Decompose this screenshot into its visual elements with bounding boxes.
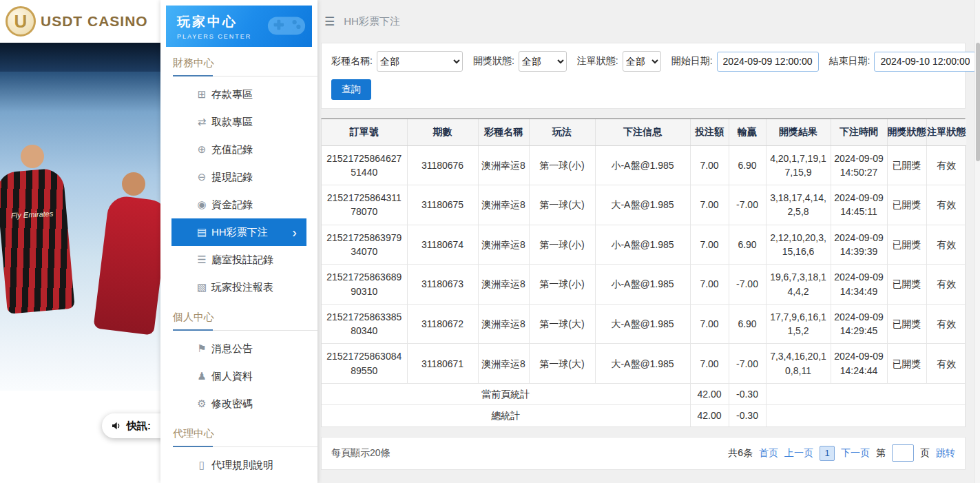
first-page-link[interactable]: 首页 bbox=[759, 447, 778, 460]
page-title: HH彩票下注 bbox=[344, 15, 400, 28]
soccer-player-red bbox=[101, 172, 160, 332]
bet-row: 215217258633858034031180672澳洲幸运8第一球(大)大-… bbox=[322, 304, 966, 344]
sidebar-item-room-bet-records[interactable]: ☰廳室投註記錄 bbox=[171, 246, 306, 274]
bet-cell: 7.00 bbox=[690, 185, 729, 225]
current-page-badge[interactable]: 1 bbox=[820, 446, 835, 461]
sidebar-item-agent-rules[interactable]: ▯代理規則說明 bbox=[171, 451, 306, 479]
filter-lottery-name: 彩種名稱: 全部 bbox=[331, 51, 463, 72]
column-header: 期數 bbox=[407, 119, 478, 145]
fund-record-icon: ◉ bbox=[195, 198, 209, 211]
summary-cell: 當前頁統計 bbox=[322, 384, 690, 405]
bet-cell: 已開獎 bbox=[887, 265, 926, 305]
sidebar-item-profile[interactable]: ♟個人資料 bbox=[171, 362, 306, 390]
casino-site-header: U USDT CASINO bbox=[0, 0, 160, 43]
bet-cell: 7.00 bbox=[690, 265, 729, 305]
bet-cell: 31180673 bbox=[407, 265, 478, 305]
bet-cell: 2024-09-09 14:45:11 bbox=[831, 185, 887, 225]
filter-start-date: 開始日期: bbox=[671, 52, 819, 72]
sidebar-item-withdraw-records[interactable]: ⊖提現記錄 bbox=[171, 163, 306, 191]
bet-cell: 有效 bbox=[926, 344, 966, 384]
sidebar-item-announcements[interactable]: ⚑消息公告 bbox=[171, 335, 306, 362]
bet-cell: 2,12,10,20,3,15,16,6 bbox=[766, 225, 831, 265]
bet-cell: 小-A盤@1.985 bbox=[595, 265, 690, 305]
sidebar-item-change-password[interactable]: ⚙修改密碼 bbox=[171, 390, 306, 418]
column-header: 玩法 bbox=[529, 119, 595, 145]
bets-table-card: 訂單號期數彩種名稱玩法下注信息投注額輸贏開獎結果下注時間開獎狀態注單狀態 215… bbox=[321, 119, 966, 427]
section-title: 財務中心 bbox=[173, 56, 317, 76]
column-header: 訂單號 bbox=[322, 119, 407, 145]
ticker-label: 快訊: bbox=[127, 420, 151, 433]
sidebar-item-label: 取款專區 bbox=[211, 116, 253, 129]
bet-cell: 第一球(小) bbox=[529, 225, 595, 265]
jump-button[interactable]: 跳转 bbox=[936, 447, 955, 460]
speaker-icon bbox=[111, 420, 122, 431]
sidebar-item-label: 修改密碼 bbox=[211, 398, 253, 411]
sidebar-item-player-bet-report[interactable]: ▧玩家投注報表 bbox=[171, 274, 306, 301]
filter-order-status: 注單狀態: 全部 bbox=[577, 51, 661, 72]
bets-table: 訂單號期數彩種名稱玩法下注信息投注額輸贏開獎結果下注時間開獎狀態注單狀態 215… bbox=[322, 119, 966, 427]
vertical-scrollbar[interactable] bbox=[974, 0, 980, 483]
sidebar-item-fund-records[interactable]: ◉資金記錄 bbox=[171, 191, 306, 218]
draw-status-select[interactable]: 全部 bbox=[519, 51, 567, 72]
lottery-bet-icon: ▤ bbox=[195, 226, 209, 238]
usdt-casino-logo[interactable]: U USDT CASINO bbox=[6, 6, 148, 37]
bet-cell: 有效 bbox=[926, 265, 966, 305]
sidebar-item-hh-lottery-bets[interactable]: ▤HH彩票下注› bbox=[171, 218, 306, 246]
bet-cell: 3,18,17,4,14,2,5,8 bbox=[766, 185, 831, 225]
end-date-input[interactable] bbox=[874, 52, 976, 72]
bet-cell: 2024-09-09 14:29:45 bbox=[831, 304, 887, 344]
sidebar-item-label: 代理規則說明 bbox=[211, 459, 273, 472]
gold-coin-logo-icon: U bbox=[6, 6, 36, 37]
casino-site-backdrop: U USDT CASINO Fly Emirates 快訊: bbox=[0, 0, 160, 483]
bet-cell: 澳洲幸运8 bbox=[478, 344, 529, 384]
red-jersey bbox=[93, 194, 160, 335]
sidebar-item-label: 廳室投註記錄 bbox=[211, 254, 273, 267]
start-date-input[interactable] bbox=[717, 52, 819, 72]
bet-cell: 2152172586431178070 bbox=[322, 185, 407, 225]
summary-row: 總統計42.00-0.30 bbox=[322, 405, 966, 427]
sidebar-item-label: 玩家投注報表 bbox=[211, 281, 273, 294]
sidebar-item-withdraw-zone[interactable]: ⇄取款專區 bbox=[171, 108, 306, 136]
withdraw-record-icon: ⊖ bbox=[195, 171, 209, 183]
bet-cell: 19,6,7,3,18,14,4,2 bbox=[766, 265, 831, 305]
sidebar-item-recharge-records[interactable]: ⊕充值記錄 bbox=[171, 136, 306, 163]
next-page-link[interactable]: 下一页 bbox=[841, 447, 870, 460]
report-icon: ▧ bbox=[195, 281, 209, 294]
page-jump-input[interactable] bbox=[892, 444, 914, 462]
bet-row: 215217258646275144031180676澳洲幸运8第一球(小)小-… bbox=[322, 145, 966, 185]
column-header: 開獎狀態 bbox=[887, 119, 926, 145]
gear-icon: ⚙ bbox=[195, 398, 209, 410]
column-header: 注單狀態 bbox=[926, 119, 966, 145]
bet-cell: 小-A盤@1.985 bbox=[595, 225, 690, 265]
filter-panel: 彩種名稱: 全部 開獎狀態: 全部 注單狀態: 全部 bbox=[321, 43, 966, 109]
bet-cell: 2152172586368990310 bbox=[322, 265, 407, 305]
room-bet-icon: ☰ bbox=[195, 254, 209, 266]
bet-cell: 7.00 bbox=[690, 225, 729, 265]
bet-row: 215217258639793407031180674澳洲幸运8第一球(小)小-… bbox=[322, 225, 966, 265]
recharge-record-icon: ⊕ bbox=[195, 143, 209, 156]
player-head bbox=[21, 145, 44, 168]
scrollbar-thumb[interactable] bbox=[976, 43, 980, 161]
end-date-label: 結束日期: bbox=[829, 55, 870, 68]
bet-cell: -7.00 bbox=[729, 344, 766, 384]
start-date-label: 開始日期: bbox=[671, 55, 713, 68]
bet-cell: 澳洲幸运8 bbox=[478, 225, 529, 265]
sidebar-item-label: 消息公告 bbox=[211, 342, 253, 356]
bet-cell: 7,3,4,16,20,10,8,11 bbox=[766, 344, 831, 384]
lottery-name-select[interactable]: 全部 bbox=[377, 51, 463, 72]
prev-page-link[interactable]: 上一页 bbox=[784, 447, 813, 460]
bet-row: 215217258643117807031180675澳洲幸运8第一球(大)大-… bbox=[322, 185, 966, 225]
bet-cell: 2152172586462751440 bbox=[322, 145, 407, 185]
bet-cell: 已開獎 bbox=[887, 185, 926, 225]
bet-cell: 已開獎 bbox=[887, 145, 926, 185]
player-head bbox=[122, 172, 145, 196]
bet-cell: 第一球(大) bbox=[529, 185, 595, 225]
chevron-right-icon: › bbox=[292, 225, 297, 239]
document-icon: ▯ bbox=[195, 459, 209, 471]
sidebar-item-label: HH彩票下注 bbox=[211, 226, 268, 239]
bet-cell: 第一球(小) bbox=[529, 145, 595, 185]
sidebar-item-deposit-zone[interactable]: ⊞存款專區 bbox=[171, 81, 306, 108]
query-button[interactable]: 查詢 bbox=[331, 79, 371, 100]
order-status-select[interactable]: 全部 bbox=[623, 51, 661, 72]
menu-toggle-icon[interactable]: ☰ bbox=[324, 14, 335, 29]
